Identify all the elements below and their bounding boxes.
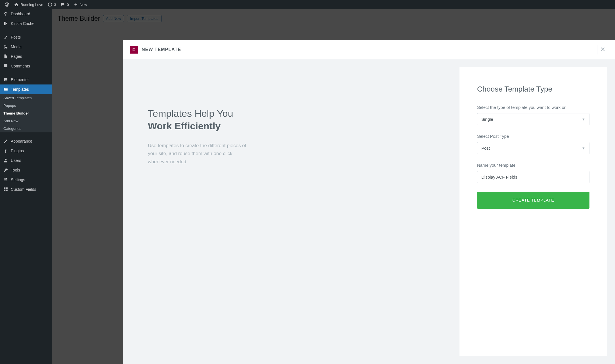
modal-help-pane: Templates Help You Work Efficiently Use …	[131, 67, 448, 356]
comments-link[interactable]: 0	[58, 0, 71, 9]
elementor-logo-icon: E	[130, 46, 138, 54]
svg-point-4	[5, 159, 7, 160]
sidebar-item-pages[interactable]: Pages	[0, 52, 52, 61]
plug-icon	[3, 148, 9, 153]
sidebar-item-label: Settings	[11, 177, 25, 182]
sidebar-item-label: Posts	[11, 35, 21, 39]
sidebar-item-posts[interactable]: Posts	[0, 32, 52, 42]
sliders-icon	[3, 177, 9, 182]
sidebar-item-users[interactable]: Users	[0, 156, 52, 165]
sidebar-item-label: Elementor	[11, 77, 29, 82]
content-area: Theme Builder Add New Import Templates E…	[52, 9, 615, 364]
sidebar-item-label: Pages	[11, 54, 22, 59]
home-icon	[14, 2, 19, 7]
user-icon	[3, 158, 9, 163]
sidebar-item-label: Kinsta Cache	[11, 21, 34, 26]
kinsta-icon	[3, 21, 9, 26]
template-name-input[interactable]: Display ACF Fields	[477, 171, 589, 183]
subitem-categories[interactable]: Categories	[0, 125, 52, 132]
help-description: Use templates to create the different pi…	[148, 142, 247, 166]
svg-rect-3	[5, 81, 8, 81]
sidebar-item-comments[interactable]: Comments	[0, 61, 52, 71]
chevron-down-icon: ▼	[582, 146, 585, 150]
svg-rect-0	[4, 78, 5, 81]
post-type-label: Select Post Type	[477, 134, 589, 139]
chevron-down-icon: ▼	[582, 117, 585, 121]
grid-icon	[3, 187, 9, 192]
page-icon	[3, 54, 9, 59]
svg-rect-1	[5, 78, 8, 79]
comments-count: 0	[67, 3, 69, 7]
wordpress-icon	[5, 2, 10, 7]
sidebar-item-label: Plugins	[11, 149, 24, 153]
sidebar-item-custom-fields[interactable]: Custom Fields	[0, 185, 52, 194]
sidebar-item-label: Users	[11, 158, 21, 163]
svg-point-5	[6, 178, 7, 179]
folder-icon	[3, 87, 9, 92]
sidebar-item-label: Media	[11, 45, 22, 49]
media-icon	[3, 44, 9, 49]
modal-body: Templates Help You Work Efficiently Use …	[123, 59, 615, 364]
pin-icon	[3, 35, 9, 40]
svg-rect-10	[4, 190, 5, 191]
help-title-line1: Templates Help You	[148, 107, 431, 120]
svg-rect-2	[5, 79, 8, 80]
plus-icon	[74, 2, 78, 7]
svg-point-7	[7, 180, 7, 181]
modal-header: E NEW TEMPLATE ✕	[123, 40, 615, 59]
close-icon: ✕	[600, 46, 605, 53]
sidebar-item-media[interactable]: Media	[0, 42, 52, 52]
sidebar-item-tools[interactable]: Tools	[0, 165, 52, 175]
subitem-popups[interactable]: Popups	[0, 102, 52, 109]
template-type-label: Select the type of template you want to …	[477, 105, 589, 110]
sidebar-item-plugins[interactable]: Plugins	[0, 146, 52, 156]
updates-count: 3	[54, 3, 56, 7]
subitem-add-new[interactable]: Add New	[0, 117, 52, 125]
template-form: Choose Template Type Select the type of …	[459, 67, 607, 356]
brush-icon	[3, 139, 9, 144]
post-type-select[interactable]: Post ▼	[477, 142, 589, 154]
sidebar-item-label: Comments	[11, 64, 30, 68]
new-content-link[interactable]: New	[71, 0, 89, 9]
comment-icon	[60, 2, 65, 7]
site-name-link[interactable]: Running Love	[12, 0, 45, 9]
sidebar-item-label: Custom Fields	[11, 187, 36, 192]
sidebar-item-dashboard[interactable]: Dashboard	[0, 9, 52, 19]
comments-icon	[3, 64, 9, 69]
sidebar-item-label: Templates	[11, 87, 29, 92]
new-template-modal: E NEW TEMPLATE ✕ Templates Help You Work…	[123, 40, 615, 364]
sidebar-item-templates[interactable]: Templates	[0, 84, 52, 94]
sidebar-item-appearance[interactable]: Appearance	[0, 136, 52, 146]
new-label: New	[80, 3, 87, 7]
create-template-button[interactable]: CREATE TEMPLATE	[477, 192, 589, 209]
sidebar-item-label: Appearance	[11, 139, 32, 143]
sidebar-item-label: Tools	[11, 168, 20, 172]
subitem-theme-builder[interactable]: Theme Builder	[0, 109, 52, 117]
sidebar-item-label: Dashboard	[11, 12, 30, 16]
template-type-select[interactable]: Single ▼	[477, 113, 589, 125]
updates-link[interactable]: 3	[45, 0, 58, 9]
template-name-label: Name your template	[477, 163, 589, 168]
svg-point-6	[5, 179, 6, 180]
wrench-icon	[3, 168, 9, 173]
svg-rect-8	[4, 187, 5, 189]
modal-title: NEW TEMPLATE	[142, 47, 181, 52]
help-title-line2: Work Efficiently	[148, 120, 431, 132]
sidebar-item-settings[interactable]: Settings	[0, 175, 52, 185]
admin-sidebar: Dashboard Kinsta Cache Posts Media Pages…	[0, 9, 52, 364]
template-name-value: Display ACF Fields	[481, 175, 517, 179]
svg-rect-9	[6, 187, 8, 189]
admin-bar: Running Love 3 0 New	[0, 0, 615, 9]
subitem-saved-templates[interactable]: Saved Templates	[0, 94, 52, 102]
refresh-icon	[48, 2, 52, 7]
dashboard-icon	[3, 11, 9, 16]
elementor-icon	[3, 77, 9, 82]
close-button[interactable]: ✕	[597, 45, 608, 54]
wp-logo[interactable]	[2, 0, 12, 9]
template-type-value: Single	[481, 117, 493, 122]
post-type-value: Post	[481, 146, 490, 151]
svg-rect-11	[6, 190, 8, 191]
sidebar-item-kinsta[interactable]: Kinsta Cache	[0, 19, 52, 28]
sidebar-item-elementor[interactable]: Elementor	[0, 75, 52, 84]
form-heading: Choose Template Type	[477, 85, 589, 94]
